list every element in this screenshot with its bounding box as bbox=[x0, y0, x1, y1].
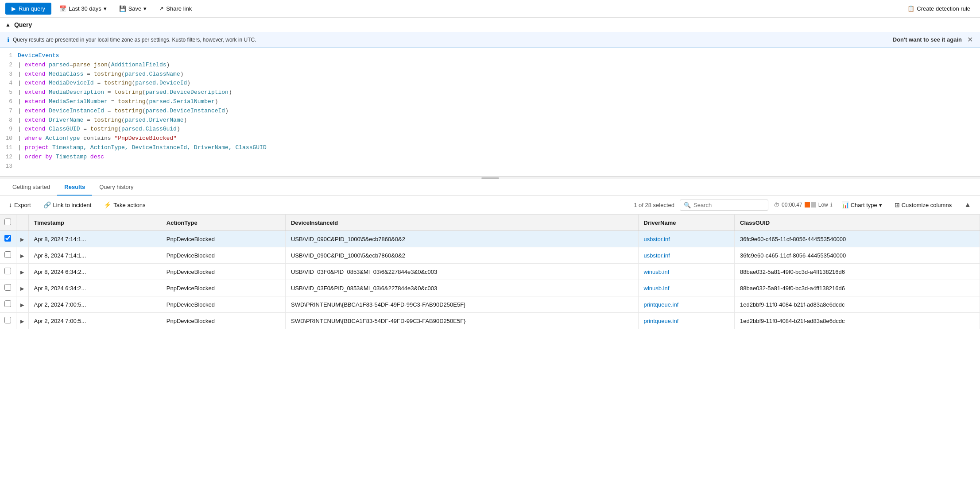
link-to-incident-button[interactable]: 🔗 Link to incident bbox=[40, 200, 95, 210]
table-row: ▶ Apr 8, 2024 6:34:2... PnpDeviceBlocked… bbox=[0, 280, 980, 296]
scroll-up-button[interactable]: ▲ bbox=[961, 199, 975, 211]
search-box[interactable]: 🔍 bbox=[680, 200, 768, 211]
code-line-10: 10 | where ActionType contains "PnpDevic… bbox=[0, 134, 980, 143]
row-checkbox-cell[interactable] bbox=[0, 313, 16, 329]
export-button[interactable]: ↓ Export bbox=[5, 200, 35, 210]
row-checkbox-cell[interactable] bbox=[0, 231, 16, 247]
table-row: ▶ Apr 2, 2024 7:00:5... PnpDeviceBlocked… bbox=[0, 313, 980, 329]
row-device-instance-id: SWD\PRINTENUM\{BBCA1F83-54DF-49FD-99C3-F… bbox=[285, 296, 638, 313]
chart-type-button[interactable]: 📊 Chart type ▾ bbox=[838, 200, 886, 210]
row-expand-button[interactable]: ▶ bbox=[20, 253, 24, 259]
expand-header bbox=[16, 215, 28, 231]
line-num-9: 9 bbox=[2, 125, 18, 134]
row-checkbox[interactable] bbox=[4, 235, 11, 242]
device-instance-id-header-label: DeviceInstanceId bbox=[291, 219, 338, 226]
code-content-5: | extend MediaDescription = tostring(par… bbox=[18, 88, 232, 97]
row-driver-name: printqueue.inf bbox=[638, 313, 735, 329]
code-editor[interactable]: 1 DeviceEvents 2 | extend parsed=parse_j… bbox=[0, 48, 980, 176]
row-class-guid: 36fc9e60-c465-11cf-8056-444553540000 bbox=[735, 231, 980, 247]
row-checkbox[interactable] bbox=[4, 284, 11, 291]
line-num-2: 2 bbox=[2, 61, 18, 70]
save-button[interactable]: 💾 Save ▾ bbox=[115, 3, 151, 14]
row-expand-cell[interactable]: ▶ bbox=[16, 313, 28, 329]
class-guid-header-label: ClassGUID bbox=[740, 219, 770, 226]
row-driver-name: usbstor.inf bbox=[638, 247, 735, 264]
customize-columns-label: Customize columns bbox=[902, 202, 952, 208]
chevron-down-icon-save: ▾ bbox=[143, 5, 147, 12]
tab-query-history-label: Query history bbox=[99, 184, 133, 190]
row-expand-button[interactable]: ▶ bbox=[20, 286, 24, 292]
line-num-7: 7 bbox=[2, 107, 18, 116]
query-header-label: Query bbox=[14, 21, 32, 28]
row-expand-button[interactable]: ▶ bbox=[20, 237, 24, 242]
tab-query-history[interactable]: Query history bbox=[92, 179, 140, 196]
take-actions-button[interactable]: ⚡ Take actions bbox=[100, 200, 149, 210]
info-banner-close-button[interactable]: ✕ bbox=[967, 35, 973, 44]
row-expand-button[interactable]: ▶ bbox=[20, 319, 24, 324]
query-header[interactable]: ▲ Query bbox=[0, 18, 980, 32]
customize-columns-button[interactable]: ⊞ Customize columns bbox=[891, 200, 955, 210]
date-range-button[interactable]: 📅 Last 30 days ▾ bbox=[55, 3, 111, 14]
row-expand-cell[interactable]: ▶ bbox=[16, 264, 28, 280]
selected-count: 1 of 28 selected bbox=[634, 202, 674, 208]
select-all-header[interactable] bbox=[0, 215, 16, 231]
row-expand-cell[interactable]: ▶ bbox=[16, 280, 28, 296]
row-checkbox[interactable] bbox=[4, 268, 11, 274]
row-expand-cell[interactable]: ▶ bbox=[16, 247, 28, 264]
code-line-12: 12 | order by Timestamp desc bbox=[0, 153, 980, 162]
save-label: Save bbox=[128, 5, 142, 12]
row-class-guid: 1ed2bbf9-11f0-4084-b21f-ad83a8e6dcdc bbox=[735, 296, 980, 313]
row-checkbox-cell[interactable] bbox=[0, 247, 16, 264]
dont-show-label[interactable]: Don't want to see it again bbox=[893, 36, 962, 43]
row-checkbox-cell[interactable] bbox=[0, 264, 16, 280]
share-link-button[interactable]: ↗ Share link bbox=[155, 3, 196, 14]
select-all-checkbox[interactable] bbox=[4, 219, 11, 225]
action-type-header[interactable]: ActionType bbox=[161, 215, 285, 231]
device-instance-id-header[interactable]: DeviceInstanceId bbox=[285, 215, 638, 231]
row-class-guid: 36fc9e60-c465-11cf-8056-444553540000 bbox=[735, 247, 980, 264]
tab-getting-started[interactable]: Getting started bbox=[5, 179, 57, 196]
code-line-11: 11 | project Timestamp, ActionType, Devi… bbox=[0, 143, 980, 153]
chevron-down-icon-chart: ▾ bbox=[879, 202, 882, 208]
main-toolbar: ▶ Run query 📅 Last 30 days ▾ 💾 Save ▾ ↗ … bbox=[0, 0, 980, 18]
table-row: ▶ Apr 8, 2024 7:14:1... PnpDeviceBlocked… bbox=[0, 231, 980, 247]
code-line-4: 4 | extend MediaDeviceId = tostring(pars… bbox=[0, 79, 980, 88]
date-range-label: Last 30 days bbox=[69, 5, 101, 12]
timestamp-header[interactable]: Timestamp bbox=[28, 215, 161, 231]
code-line-3: 3 | extend MediaClass = tostring(parsed.… bbox=[0, 70, 980, 79]
actions-icon: ⚡ bbox=[104, 201, 111, 208]
code-content-12: | order by Timestamp desc bbox=[18, 153, 104, 162]
row-device-instance-id: USB\VID_03F0&PID_0853&MI_03\6&227844e3&0… bbox=[285, 280, 638, 296]
row-expand-cell[interactable]: ▶ bbox=[16, 296, 28, 313]
take-actions-label: Take actions bbox=[113, 202, 145, 208]
chevron-down-icon: ▾ bbox=[104, 5, 107, 12]
run-query-button[interactable]: ▶ Run query bbox=[5, 3, 51, 15]
code-line-13: 13 bbox=[0, 162, 980, 171]
row-checkbox-cell[interactable] bbox=[0, 280, 16, 296]
row-driver-name: printqueue.inf bbox=[638, 296, 735, 313]
row-expand-button[interactable]: ▶ bbox=[20, 269, 24, 275]
code-content-1: DeviceEvents bbox=[18, 51, 59, 61]
row-device-instance-id: USB\VID_090C&PID_1000\5&ecb7860&0&2 bbox=[285, 231, 638, 247]
create-rule-label: Create detection rule bbox=[917, 5, 970, 12]
row-timestamp: Apr 8, 2024 6:34:2... bbox=[28, 264, 161, 280]
columns-icon: ⊞ bbox=[895, 201, 900, 208]
create-detection-rule-button[interactable]: 📋 Create detection rule bbox=[903, 3, 975, 14]
code-line-8: 8 | extend DriverName = tostring(parsed.… bbox=[0, 116, 980, 125]
tab-results[interactable]: Results bbox=[57, 179, 92, 196]
line-num-3: 3 bbox=[2, 70, 18, 79]
driver-name-header[interactable]: DriverName bbox=[638, 215, 735, 231]
line-num-5: 5 bbox=[2, 88, 18, 97]
code-content-6: | extend MediaSerialNumber = tostring(pa… bbox=[18, 97, 218, 107]
row-checkbox-cell[interactable] bbox=[0, 296, 16, 313]
line-num-4: 4 bbox=[2, 79, 18, 88]
row-checkbox[interactable] bbox=[4, 251, 11, 258]
row-expand-cell[interactable]: ▶ bbox=[16, 231, 28, 247]
class-guid-header[interactable]: ClassGUID bbox=[735, 215, 980, 231]
search-input[interactable] bbox=[693, 202, 760, 208]
row-checkbox[interactable] bbox=[4, 300, 11, 307]
row-action-type: PnpDeviceBlocked bbox=[161, 313, 285, 329]
code-line-7: 7 | extend DeviceInstanceId = tostring(p… bbox=[0, 107, 980, 116]
row-expand-button[interactable]: ▶ bbox=[20, 302, 24, 308]
row-checkbox[interactable] bbox=[4, 317, 11, 323]
